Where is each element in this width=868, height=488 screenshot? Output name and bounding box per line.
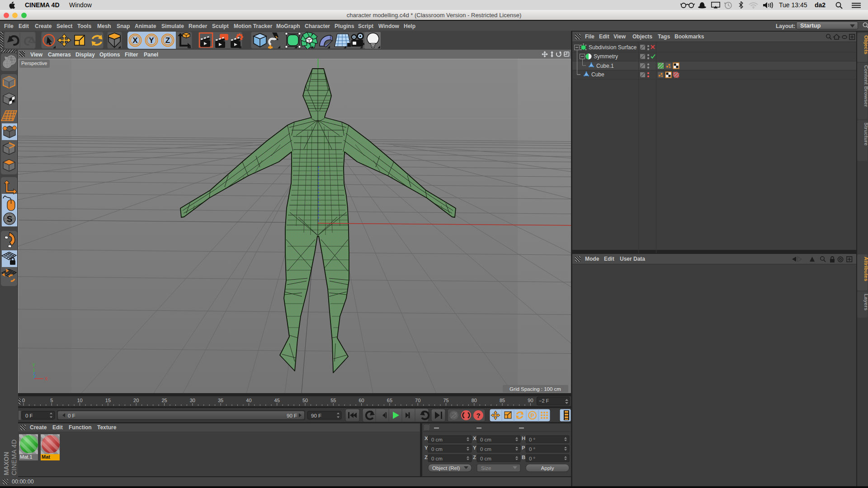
svg-text:Y: Y: [32, 363, 35, 368]
svg-text:60: 60: [359, 398, 364, 403]
svg-text:35: 35: [218, 398, 223, 403]
svg-text:50: 50: [302, 398, 308, 403]
svg-text:0: 0: [22, 398, 25, 403]
svg-text:0 cm: 0 cm: [480, 456, 491, 461]
svg-text:0 °: 0 °: [529, 446, 535, 452]
svg-text:10: 10: [77, 398, 82, 403]
svg-text:45: 45: [274, 398, 280, 403]
svg-text:90 F: 90 F: [311, 413, 321, 418]
svg-text:Y: Y: [473, 445, 476, 450]
svg-text:P: P: [530, 413, 534, 419]
svg-text:Size: Size: [481, 465, 491, 471]
svg-text:70: 70: [415, 398, 420, 403]
svg-text:H: H: [522, 436, 525, 441]
svg-text:CINEMA 4D: CINEMA 4D: [10, 439, 18, 475]
svg-text:Grid Spacing : 100 cm: Grid Spacing : 100 cm: [509, 386, 561, 392]
svg-text:15: 15: [105, 398, 111, 403]
svg-text:X: X: [425, 436, 428, 441]
svg-text:X: X: [473, 436, 476, 441]
svg-text:P: P: [522, 445, 525, 450]
svg-text:MAXON: MAXON: [3, 452, 10, 475]
svg-text:S: S: [7, 214, 13, 224]
svg-text:0 F: 0 F: [25, 413, 33, 418]
svg-text:85: 85: [500, 398, 505, 403]
svg-text:?: ?: [476, 412, 480, 419]
svg-text:5: 5: [50, 398, 53, 403]
svg-text:Structure: Structure: [863, 122, 868, 145]
svg-text:Perspective: Perspective: [21, 61, 47, 66]
svg-text:Objects: Objects: [863, 35, 868, 54]
svg-text:Object (Rel): Object (Rel): [432, 465, 460, 471]
svg-text:Subdivision Surface: Subdivision Surface: [589, 44, 637, 51]
svg-text:0 °: 0 °: [529, 437, 535, 442]
svg-text:Z: Z: [33, 371, 36, 376]
svg-text:Z: Z: [473, 455, 476, 460]
svg-text:Y: Y: [425, 445, 428, 450]
svg-text:Layers: Layers: [863, 294, 868, 310]
svg-text:Cube.1: Cube.1: [596, 63, 614, 69]
svg-text:Cube: Cube: [591, 71, 604, 78]
svg-text:0 cm: 0 cm: [431, 446, 443, 452]
svg-text:30: 30: [190, 398, 195, 403]
svg-text:0 cm: 0 cm: [480, 446, 491, 452]
svg-text:0 cm: 0 cm: [431, 456, 443, 461]
svg-text:55: 55: [330, 398, 336, 403]
svg-text:0 cm: 0 cm: [480, 437, 491, 442]
svg-text:Attributes: Attributes: [863, 257, 868, 281]
svg-text:Apply: Apply: [541, 465, 554, 471]
svg-text:Symmetry: Symmetry: [594, 53, 618, 60]
svg-text:65: 65: [387, 398, 392, 403]
svg-text:Content Browser: Content Browser: [863, 65, 868, 107]
svg-text:B: B: [522, 455, 525, 460]
svg-text:90: 90: [528, 398, 533, 403]
svg-text:40: 40: [246, 398, 251, 403]
svg-text:20: 20: [133, 398, 139, 403]
svg-text:0 cm: 0 cm: [431, 437, 443, 442]
svg-text:75: 75: [443, 398, 448, 403]
svg-text:90 F: 90 F: [287, 413, 297, 418]
svg-text:Z: Z: [425, 455, 428, 460]
svg-text:0 F: 0 F: [68, 413, 75, 418]
svg-text:25: 25: [161, 398, 167, 403]
svg-text:80: 80: [472, 398, 477, 403]
svg-text:X: X: [45, 376, 48, 381]
svg-text:0 °: 0 °: [529, 456, 535, 461]
